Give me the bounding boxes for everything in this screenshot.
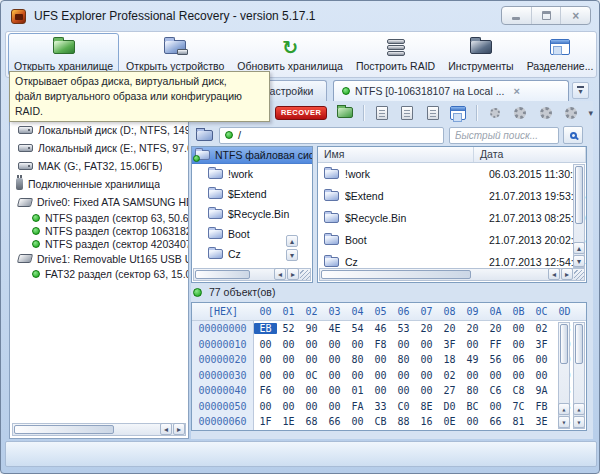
close-button[interactable]: × [561, 7, 590, 24]
sidebar-group-connected-storages[interactable]: Подключенные хранилища [10, 175, 188, 193]
hex-byte[interactable]: 9A [530, 385, 553, 396]
file-list-horizontal-scrollbar[interactable]: ◂ ▸ [319, 268, 585, 281]
hex-byte[interactable]: 20 [415, 323, 438, 334]
resize-grip[interactable] [574, 270, 584, 280]
hex-byte[interactable]: 7C [507, 401, 530, 412]
sidebar-item-drive0[interactable]: Drive0: Fixed ATA SAMSUNG HD3 [10, 193, 188, 211]
hex-byte[interactable]: 88 [392, 416, 415, 427]
hex-byte[interactable]: BC [461, 401, 484, 412]
minimize-button[interactable] [502, 7, 532, 24]
panels-button[interactable] [450, 106, 466, 120]
hex-byte[interactable]: 00 [461, 370, 484, 381]
hex-byte[interactable]: 00 [300, 401, 323, 412]
hex-byte[interactable]: 00 [415, 385, 438, 396]
hex-byte[interactable]: 00 [346, 416, 369, 427]
scroll-right-icon[interactable]: ▸ [287, 268, 299, 280]
open-device-button[interactable]: Открыть устройство [120, 33, 230, 76]
hex-byte[interactable]: 1F [254, 416, 277, 427]
hex-byte[interactable]: 52 [277, 323, 300, 334]
hex-byte[interactable]: 00 [392, 370, 415, 381]
hex-byte[interactable]: 80 [346, 354, 369, 365]
column-header-date[interactable]: Дата [474, 147, 586, 162]
hex-byte[interactable]: 68 [300, 416, 323, 427]
hex-byte[interactable]: FF [484, 339, 507, 350]
scroll-up-icon[interactable]: ▴ [573, 242, 585, 254]
hex-byte[interactable]: 46 [369, 323, 392, 334]
hex-byte[interactable]: 4E [323, 323, 346, 334]
settings-button-4[interactable] [563, 106, 578, 120]
hex-byte[interactable]: 00 [323, 354, 346, 365]
tasks-button[interactable] [400, 106, 415, 120]
settings-button-1[interactable] [487, 106, 502, 120]
hex-byte[interactable]: 56 [484, 354, 507, 365]
tab-ntfs-explorer[interactable]: NTFS [0-106318107 на Local ... × [333, 80, 569, 101]
hex-byte[interactable]: 49 [461, 354, 484, 365]
sidebar-item-drive1[interactable]: Drive1: Removable Ut165 USB USI [10, 250, 188, 267]
tree-horizontal-scrollbar[interactable]: ◂ ▸ [193, 268, 311, 281]
hex-byte[interactable]: 20 [484, 323, 507, 334]
hex-byte[interactable]: 00 [369, 385, 392, 396]
scroll-down-icon[interactable]: ▾ [573, 255, 585, 267]
sidebar-item-ntfs-partition-1[interactable]: NTFS раздел (сектор 63, 50.69 [10, 211, 188, 224]
hex-byte[interactable]: 00 [415, 339, 438, 350]
hex-byte[interactable]: 3F [530, 339, 553, 350]
tree-item-root[interactable]: NTFS файловая сист [192, 147, 312, 164]
hex-byte[interactable]: 33 [369, 401, 392, 412]
sidebar-item-mak-g[interactable]: MAK (G:, FAT32, 15.06ГБ) [10, 157, 188, 175]
hex-byte[interactable]: 00 [507, 323, 530, 334]
scroll-down-icon[interactable]: ▾ [558, 416, 570, 428]
sidebar-item-fat32-partition[interactable]: FAT32 раздел (сектор 63, 15.0 [10, 267, 188, 281]
hex-byte[interactable]: 27 [438, 385, 461, 396]
search-button[interactable] [563, 126, 583, 144]
export-disk-button[interactable] [425, 106, 440, 120]
hex-byte[interactable]: 00 [507, 339, 530, 350]
sidebar-item-ntfs-partition-3[interactable]: NTFS раздел (сектор 4203407 [10, 237, 188, 250]
hex-byte[interactable]: 00 [484, 401, 507, 412]
hex-byte[interactable]: 00 [530, 370, 553, 381]
hex-byte[interactable]: 00 [254, 401, 277, 412]
hex-byte[interactable]: 00 [507, 370, 530, 381]
scroll-down-icon[interactable]: ▾ [573, 416, 585, 428]
scroll-left-icon[interactable]: ◂ [160, 423, 172, 435]
refresh-storages-button[interactable]: Обновить хранилища [231, 33, 349, 76]
hex-byte[interactable]: 00 [254, 370, 277, 381]
hex-byte[interactable]: 00 [277, 339, 300, 350]
settings-button-3[interactable] [538, 106, 553, 120]
hex-byte[interactable]: 3F [438, 339, 461, 350]
tools-button[interactable]: Инструменты [442, 33, 519, 76]
hex-byte[interactable]: 00 [461, 339, 484, 350]
sidebar-horizontal-scrollbar[interactable]: ◂ ▸ [12, 423, 186, 436]
scroll-up-icon[interactable]: ▴ [286, 235, 298, 247]
hex-byte[interactable]: 02 [438, 370, 461, 381]
hex-byte[interactable]: 00 [323, 401, 346, 412]
hex-byte[interactable]: 0E [438, 416, 461, 427]
tree-item[interactable]: $Extend [192, 184, 312, 204]
sidebar-item-local-disk-d[interactable]: Локальный диск (D:, NTFS, 149. [10, 121, 188, 139]
hex-byte[interactable]: 3E [530, 416, 553, 427]
path-field[interactable]: / [219, 127, 444, 144]
scroll-left-icon[interactable]: ◂ [274, 268, 286, 280]
sidebar-item-local-disk-e[interactable]: Локальный диск (E:, NTFS, 97.6 [10, 139, 188, 157]
hex-byte[interactable]: 66 [323, 416, 346, 427]
sidebar-item-ntfs-partition-2[interactable]: NTFS раздел (сектор 1063182 [10, 224, 188, 237]
hex-byte[interactable]: 00 [461, 416, 484, 427]
hex-byte[interactable]: 66 [484, 416, 507, 427]
hex-byte[interactable]: 00 [300, 339, 323, 350]
hex-byte[interactable]: C0 [392, 401, 415, 412]
hex-byte[interactable]: 8E [415, 401, 438, 412]
scroll-right-icon[interactable]: ▸ [173, 423, 185, 435]
hex-byte[interactable]: F6 [254, 385, 277, 396]
hex-byte[interactable]: 00 [277, 370, 300, 381]
hex-byte[interactable]: 90 [300, 323, 323, 334]
hex-byte[interactable]: 0C [300, 370, 323, 381]
build-raid-button[interactable]: Построить RAID [350, 33, 441, 76]
scroll-right-icon[interactable]: ▸ [561, 268, 573, 280]
hex-byte[interactable]: 16 [415, 416, 438, 427]
hex-byte[interactable]: EB [254, 323, 277, 334]
file-row[interactable]: $Recycle.Bin 21.07.2013 08:25:20 [318, 207, 586, 229]
hex-byte[interactable]: 80 [392, 354, 415, 365]
hex-byte[interactable]: 00 [277, 354, 300, 365]
hex-byte[interactable]: C6 [484, 385, 507, 396]
hex-byte[interactable]: 1E [277, 416, 300, 427]
hex-byte[interactable]: 00 [323, 385, 346, 396]
